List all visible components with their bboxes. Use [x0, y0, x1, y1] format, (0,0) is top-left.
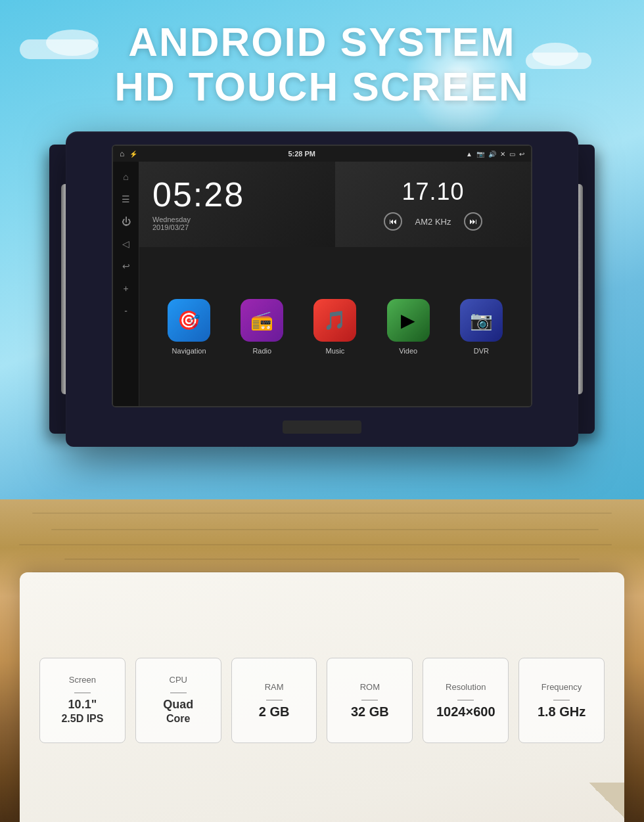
back-status-icon: ↩ — [519, 150, 524, 158]
sidebar-power-icon[interactable]: ⏻ — [122, 216, 131, 227]
spec-label-ram: RAM — [265, 682, 284, 692]
app-item-music[interactable]: 🎵Music — [313, 299, 356, 355]
spec-divider-4 — [457, 700, 474, 700]
screen-content: ⌂ ☰ ⏻ ◁ ↩ + - 05:28 — [113, 162, 531, 406]
spec-label-resolution: Resolution — [446, 682, 486, 692]
radio-unit: KHz — [435, 217, 451, 227]
app-icon-radio: 📻 — [241, 299, 283, 342]
spec-item-resolution: Resolution1024×600 — [423, 658, 509, 743]
radio-band-info: AM2 KHz — [415, 217, 451, 227]
spec-item-cpu: CPUQuadCore — [135, 658, 221, 743]
status-icons: ▲ 📷 🔊 ✕ ▭ ↩ — [466, 150, 524, 158]
clock-widget: 05:28 Wednesday 2019/03/27 — [139, 162, 335, 247]
app-label-music: Music — [326, 347, 345, 355]
sidebar: ⌂ ☰ ⏻ ◁ ↩ + - — [113, 162, 139, 406]
radio-widget: 17.10 ⏮ AM2 KHz ⏭ — [335, 162, 531, 247]
specs-grid: Screen10.1"2.5D IPSCPUQuadCoreRAM2 GBROM… — [39, 592, 605, 809]
hero-title-line2: HD TOUCH SCREEN — [0, 64, 644, 109]
app-item-dvr[interactable]: 📷DVR — [460, 299, 503, 355]
car-head-unit: ⌂ ⚡ 5:28 PM ▲ 📷 🔊 ✕ ▭ ↩ — [66, 131, 578, 447]
window-status-icon: ▭ — [509, 150, 515, 158]
widget-area: 05:28 Wednesday 2019/03/27 17.10 ⏮ — [139, 162, 531, 247]
app-icon-video: ▶ — [387, 299, 430, 342]
specs-card: Screen10.1"2.5D IPSCPUQuadCoreRAM2 GBROM… — [20, 572, 624, 822]
spec-value-cpu: QuadCore — [163, 697, 193, 726]
hero-title-line1: ANDROID SYSTEM — [0, 20, 644, 64]
spec-divider-5 — [553, 700, 570, 700]
sidebar-home-icon[interactable]: ⌂ — [123, 171, 128, 182]
clock-day: Wednesday — [152, 216, 322, 223]
sky-background: ANDROID SYSTEM HD TOUCH SCREEN ⌂ ⚡ 5:28 … — [0, 0, 644, 499]
close-status-icon: ✕ — [500, 150, 505, 158]
sidebar-menu-icon[interactable]: ☰ — [122, 194, 130, 204]
spec-divider-1 — [170, 693, 187, 693]
spec-value-ram: 2 GB — [259, 704, 290, 719]
radio-prev-button[interactable]: ⏮ — [384, 212, 402, 231]
camera-status-icon: 📷 — [476, 150, 484, 158]
apps-grid: 🎯Navigation📻Radio🎵Music▶Video📷DVR — [139, 247, 531, 406]
spec-item-ram: RAM2 GB — [231, 658, 317, 743]
spec-value-frequency: 1.8 GHz — [538, 704, 586, 719]
spec-item-rom: ROM32 GB — [327, 658, 413, 743]
radio-next-button[interactable]: ⏭ — [464, 212, 482, 231]
wifi-status-icon: ▲ — [466, 150, 472, 158]
hero-title-area: ANDROID SYSTEM HD TOUCH SCREEN — [0, 20, 644, 109]
spec-value-resolution: 1024×600 — [436, 704, 495, 719]
table-section: Screen10.1"2.5D IPSCPUQuadCoreRAM2 GBROM… — [0, 499, 644, 822]
sidebar-vol-up-icon[interactable]: + — [123, 283, 128, 294]
app-icon-dvr: 📷 — [460, 299, 503, 342]
bottom-vent — [283, 421, 361, 434]
app-label-video: Video — [399, 347, 417, 355]
radio-controls: ⏮ AM2 KHz ⏭ — [384, 212, 483, 231]
home-icon: ⌂ — [120, 149, 124, 158]
app-label-navigation: Navigation — [172, 347, 206, 355]
radio-frequency: 17.10 — [402, 178, 464, 206]
spec-label-rom: ROM — [360, 682, 380, 692]
main-content-area: 05:28 Wednesday 2019/03/27 17.10 ⏮ — [139, 162, 531, 406]
spec-divider-0 — [74, 693, 91, 693]
status-left: ⌂ ⚡ — [120, 149, 137, 158]
status-time: 5:28 PM — [288, 150, 315, 158]
clock-time: 05:28 — [152, 177, 322, 212]
sidebar-vol-down-icon[interactable]: - — [124, 306, 127, 316]
app-icon-music: 🎵 — [313, 299, 356, 342]
app-label-dvr: DVR — [474, 347, 489, 355]
volume-status-icon: 🔊 — [488, 150, 496, 158]
spec-divider-3 — [361, 700, 378, 700]
clock-date: 2019/03/27 — [152, 223, 322, 231]
spec-item-frequency: Frequency1.8 GHz — [518, 658, 605, 743]
sidebar-back-icon[interactable]: ◁ — [122, 239, 129, 249]
spec-item-screen: Screen10.1"2.5D IPS — [39, 658, 126, 743]
screen-frame: ⌂ ⚡ 5:28 PM ▲ 📷 🔊 ✕ ▭ ↩ — [112, 145, 532, 407]
spec-value-screen: 10.1"2.5D IPS — [61, 697, 103, 726]
outer-bezel: ⌂ ⚡ 5:28 PM ▲ 📷 🔊 ✕ ▭ ↩ — [66, 131, 578, 447]
spec-label-frequency: Frequency — [541, 682, 582, 692]
usb-icon: ⚡ — [129, 150, 137, 158]
app-item-radio[interactable]: 📻Radio — [241, 299, 283, 355]
spec-label-cpu: CPU — [170, 675, 187, 685]
app-label-radio: Radio — [252, 347, 271, 355]
sidebar-arrow-icon[interactable]: ↩ — [122, 261, 130, 271]
app-item-video[interactable]: ▶Video — [387, 299, 430, 355]
radio-band: AM2 — [415, 217, 433, 227]
spec-divider-2 — [266, 700, 283, 700]
app-icon-navigation: 🎯 — [168, 299, 210, 342]
app-item-navigation[interactable]: 🎯Navigation — [168, 299, 210, 355]
spec-value-rom: 32 GB — [351, 704, 389, 719]
status-bar: ⌂ ⚡ 5:28 PM ▲ 📷 🔊 ✕ ▭ ↩ — [113, 146, 531, 162]
spec-label-screen: Screen — [69, 675, 96, 685]
